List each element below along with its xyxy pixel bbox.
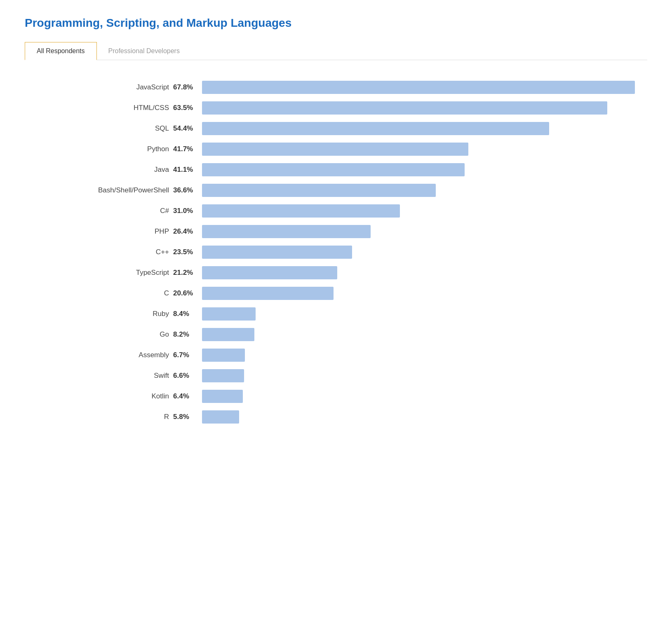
language-label: SQL: [155, 124, 169, 133]
language-label: Ruby: [153, 310, 169, 318]
chart-row: R5.8%: [25, 410, 647, 424]
bar-fill: [202, 266, 337, 279]
chart-row: Kotlin6.4%: [25, 390, 647, 403]
percentage-label: 36.6%: [173, 186, 198, 194]
chart-row: TypeScript21.2%: [25, 266, 647, 279]
percentage-label: 5.8%: [173, 413, 198, 421]
language-label: TypeScript: [136, 269, 169, 277]
language-label: PHP: [155, 227, 169, 236]
chart-row: HTML/CSS63.5%: [25, 101, 647, 115]
percentage-label: 8.2%: [173, 330, 198, 339]
percentage-label: 8.4%: [173, 310, 198, 318]
bar-fill: [202, 410, 239, 424]
chart-row: C++23.5%: [25, 246, 647, 259]
bar-fill: [202, 390, 243, 403]
language-label: Kotlin: [151, 392, 169, 400]
percentage-label: 6.4%: [173, 392, 198, 400]
percentage-label: 67.8%: [173, 83, 198, 91]
percentage-label: 20.6%: [173, 289, 198, 297]
chart-row: Java41.1%: [25, 163, 647, 176]
tab-professional-developers[interactable]: Professional Developers: [97, 42, 191, 60]
bar-fill: [202, 163, 465, 176]
bar-fill: [202, 246, 352, 259]
language-label: Java: [154, 166, 169, 174]
language-label: C#: [160, 207, 169, 215]
bar-fill: [202, 143, 468, 156]
percentage-label: 63.5%: [173, 104, 198, 112]
language-label: Assembly: [139, 351, 169, 359]
chart-row: C20.6%: [25, 287, 647, 300]
language-label: C++: [156, 248, 169, 256]
bar-fill: [202, 184, 436, 197]
bar-chart: JavaScript67.8%HTML/CSS63.5%SQL54.4%Pyth…: [25, 77, 647, 435]
bar-fill: [202, 349, 245, 362]
chart-row: Swift6.6%: [25, 369, 647, 382]
bar-fill: [202, 101, 607, 115]
bar-fill: [202, 204, 400, 218]
chart-row: SQL54.4%: [25, 122, 647, 135]
language-label: HTML/CSS: [134, 104, 169, 112]
percentage-label: 21.2%: [173, 269, 198, 277]
language-label: JavaScript: [136, 83, 169, 91]
percentage-label: 41.1%: [173, 166, 198, 174]
language-label: Bash/Shell/PowerShell: [98, 186, 169, 194]
percentage-label: 23.5%: [173, 248, 198, 256]
chart-row: Go8.2%: [25, 328, 647, 341]
bar-fill: [202, 287, 334, 300]
page-title: Programming, Scripting, and Markup Langu…: [25, 16, 647, 30]
bar-fill: [202, 369, 244, 382]
language-label: C: [164, 289, 169, 297]
chart-row: Assembly6.7%: [25, 349, 647, 362]
percentage-label: 26.4%: [173, 227, 198, 236]
bar-fill: [202, 81, 635, 94]
chart-row: Python41.7%: [25, 143, 647, 156]
tabs-container: All Respondents Professional Developers: [25, 42, 647, 60]
percentage-label: 31.0%: [173, 207, 198, 215]
chart-row: C#31.0%: [25, 204, 647, 218]
percentage-label: 41.7%: [173, 145, 198, 153]
bar-fill: [202, 225, 371, 238]
bar-fill: [202, 307, 256, 321]
tab-all-respondents[interactable]: All Respondents: [25, 42, 97, 60]
bar-fill: [202, 122, 549, 135]
language-label: Python: [147, 145, 169, 153]
language-label: Swift: [154, 372, 169, 380]
bar-fill: [202, 328, 254, 341]
chart-row: Ruby8.4%: [25, 307, 647, 321]
language-label: R: [164, 413, 169, 421]
percentage-label: 54.4%: [173, 124, 198, 133]
percentage-label: 6.6%: [173, 372, 198, 380]
chart-row: PHP26.4%: [25, 225, 647, 238]
chart-row: Bash/Shell/PowerShell36.6%: [25, 184, 647, 197]
chart-row: JavaScript67.8%: [25, 81, 647, 94]
percentage-label: 6.7%: [173, 351, 198, 359]
language-label: Go: [160, 330, 169, 339]
